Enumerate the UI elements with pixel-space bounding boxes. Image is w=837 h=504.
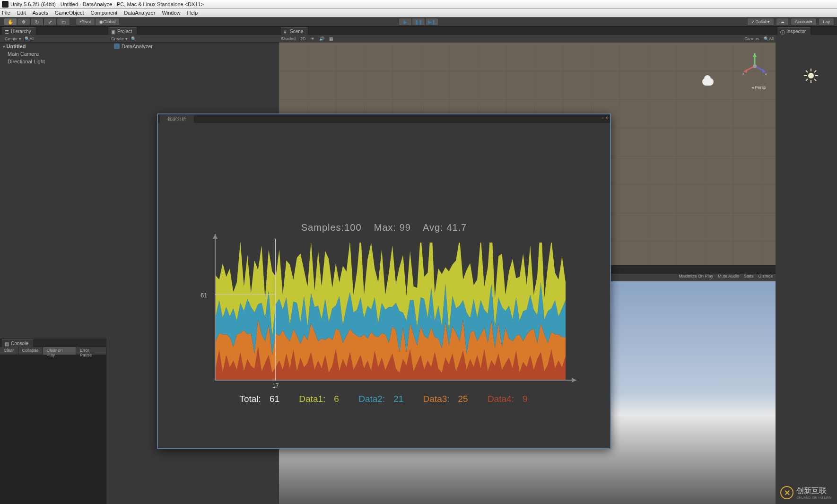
step-button[interactable]: ▶❚ <box>425 18 438 26</box>
window-title: Unity 5.6.2f1 (64bit) - Untitled - DataA… <box>10 1 204 7</box>
stats-toggle[interactable]: Stats <box>744 274 754 281</box>
chart-y-cursor-label: 61 <box>201 292 207 299</box>
layers-button[interactable]: Lay <box>819 18 834 26</box>
chart-x-axis <box>215 380 576 381</box>
chart-cursor-vertical <box>275 239 276 381</box>
folder-icon: ▣ <box>111 29 116 34</box>
svg-text:y: y <box>754 52 756 56</box>
watermark-logo-icon: ✕ <box>780 486 793 499</box>
project-asset[interactable]: DataAnalyzer <box>106 43 279 50</box>
hierarchy-search[interactable]: 🔍All <box>25 36 35 41</box>
scene-icon: # <box>284 29 288 34</box>
move-tool-button[interactable]: ✥ <box>17 18 30 26</box>
hierarchy-create-button[interactable]: Create ▾ <box>2 36 25 41</box>
data-analyzer-window[interactable]: 数据分析 ▫ × Samples:100 Max: 99 Avg: 41.7 6… <box>157 113 611 449</box>
svg-point-0 <box>808 73 814 78</box>
play-button[interactable]: ▶ <box>399 18 412 26</box>
console-icon: ▤ <box>5 341 9 346</box>
collab-button[interactable]: ✓ Collab ▾ <box>747 18 774 26</box>
hierarchy-icon: ☰ <box>5 29 9 34</box>
console-collapse-button[interactable]: Collapse <box>18 347 43 355</box>
stacked-area-chart <box>216 243 566 380</box>
menubar: File Edit Assets GameObject Component Da… <box>0 9 837 17</box>
svg-text:z: z <box>765 72 767 75</box>
global-button[interactable]: ◉ Global <box>95 18 120 26</box>
camera-icon <box>702 78 714 86</box>
chart-header: Samples:100 Max: 99 Avg: 41.7 <box>163 222 605 233</box>
gizmos-dropdown[interactable]: Gizmos <box>744 36 759 41</box>
console-clear-button[interactable]: Clear <box>0 347 18 355</box>
unity-logo-icon <box>2 1 9 8</box>
svg-line-7 <box>806 79 808 81</box>
scene-audio-toggle[interactable]: 🔊 <box>319 36 324 41</box>
pivot-button[interactable]: ▪ Pivot <box>76 18 95 26</box>
inspector-icon: ⓘ <box>780 29 785 34</box>
console-clearonplay-button[interactable]: Clear on Play <box>43 347 76 355</box>
toolbar: ✋ ✥ ↻ ⤢ ▭ ▪ Pivot ◉ Global ▶ ❚❚ ▶❚ ✓ Col… <box>0 17 837 26</box>
account-button[interactable]: Account ▾ <box>791 18 817 26</box>
mode2d-toggle[interactable]: 2D <box>300 36 306 41</box>
menu-file[interactable]: File <box>2 10 10 16</box>
rect-tool-button[interactable]: ▭ <box>57 18 70 26</box>
chart-area[interactable]: 61 17 Total:61 Data1:6 Data2:21 Data3:25… <box>215 239 569 381</box>
watermark: ✕ 创新互联 CHUANG XIN HU LIAN <box>780 486 831 499</box>
scene-tab[interactable]: #Scene <box>281 27 308 35</box>
svg-point-15 <box>753 64 757 68</box>
shaded-dropdown[interactable]: Shaded <box>281 36 296 41</box>
asset-icon <box>114 43 120 49</box>
menu-component[interactable]: Component <box>90 10 117 16</box>
window-menu-icon[interactable]: ▫ <box>602 115 604 121</box>
project-search[interactable]: 🔍 <box>131 36 136 41</box>
menu-dataanalyzer[interactable]: DataAnalyzer <box>124 10 155 16</box>
svg-text:x: x <box>742 72 744 75</box>
hierarchy-tab[interactable]: ☰Hierarchy <box>2 27 36 35</box>
hand-tool-button[interactable]: ✋ <box>4 18 17 26</box>
menu-help[interactable]: Help <box>187 10 198 16</box>
chart-legend: Total:61 Data1:6 Data2:21 Data3:25 Data4… <box>215 394 569 404</box>
hierarchy-item[interactable]: Main Camera <box>0 50 106 58</box>
inspector-tab[interactable]: ⓘInspector <box>777 27 811 35</box>
chart-cursor-horizontal <box>215 295 275 295</box>
persp-label[interactable]: ◂ Persp <box>751 85 766 90</box>
hierarchy-scene-root[interactable]: Untitled <box>0 43 106 50</box>
cloud-button[interactable]: ☁ <box>776 18 789 26</box>
maximize-toggle[interactable]: Maximize On Play <box>679 274 713 281</box>
rotate-tool-button[interactable]: ↻ <box>30 18 44 26</box>
svg-line-6 <box>814 79 816 81</box>
window-titlebar: Unity 5.6.2f1 (64bit) - Untitled - DataA… <box>0 0 837 9</box>
sun-icon <box>804 69 818 83</box>
hierarchy-item[interactable]: Directional Light <box>0 58 106 65</box>
scene-light-toggle[interactable]: ☀ <box>311 36 314 41</box>
mute-toggle[interactable]: Mute Audio <box>718 274 739 281</box>
project-create-button[interactable]: Create ▾ <box>108 36 131 41</box>
scale-tool-button[interactable]: ⤢ <box>44 18 57 26</box>
orientation-gizmo[interactable]: y x z <box>741 52 769 80</box>
menu-edit[interactable]: Edit <box>17 10 26 16</box>
scene-fx-toggle[interactable]: ▦ <box>329 36 333 41</box>
project-tab[interactable]: ▣Project <box>108 27 137 35</box>
game-gizmos-toggle[interactable]: Gizmos <box>758 274 773 281</box>
svg-line-8 <box>814 70 816 72</box>
menu-assets[interactable]: Assets <box>33 10 48 16</box>
menu-gameobject[interactable]: GameObject <box>55 10 84 16</box>
svg-line-5 <box>806 70 808 72</box>
console-tab[interactable]: ▤Console <box>2 339 33 347</box>
console-errorpause-button[interactable]: Error Pause <box>76 347 106 355</box>
pause-button[interactable]: ❚❚ <box>412 18 425 26</box>
close-icon[interactable]: × <box>605 115 608 121</box>
chart-x-cursor-label: 17 <box>272 382 279 389</box>
analyzer-tab[interactable]: 数据分析 <box>160 115 194 123</box>
scene-search[interactable]: 🔍All <box>764 36 774 41</box>
menu-window[interactable]: Window <box>162 10 180 16</box>
